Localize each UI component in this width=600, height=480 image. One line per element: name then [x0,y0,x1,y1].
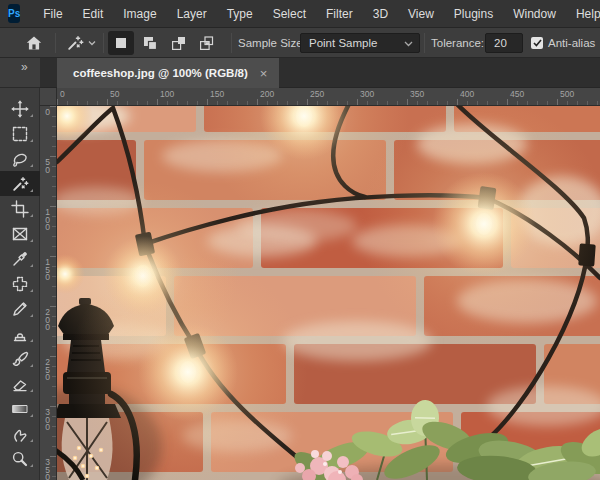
menu-item-3d[interactable]: 3D [363,0,398,27]
ruler-label: 200 [260,89,274,99]
ruler-label: 2 0 0 [40,309,55,332]
ruler-label: 1 0 0 [40,209,55,232]
smudge-tool-icon [11,425,29,443]
photoshop-window: Ps FileEditImageLayerTypeSelectFilter3DV… [0,0,600,480]
sample-size-value: Point Sample [309,37,377,49]
home-button[interactable] [20,31,48,55]
menu-item-select[interactable]: Select [263,0,316,27]
add-to-selection-button[interactable] [137,31,163,55]
toolbar-expand-button[interactable]: » [21,60,27,74]
ruler-label: 300 [360,89,374,99]
menu-bar: Ps FileEditImageLayerTypeSelectFilter3DV… [0,0,600,28]
horizontal-ruler[interactable]: 050100150200250300350400450500 [57,88,600,106]
menu-item-layer[interactable]: Layer [167,0,217,27]
eyedropper-tool[interactable] [0,246,40,271]
move-tool-icon [11,100,29,118]
move-tool[interactable] [0,96,40,121]
ruler-label: 50 [110,89,119,99]
sample-size-label: Sample Size: [238,28,306,58]
dodge-tool-icon [11,450,29,468]
magic-wand-tool[interactable] [0,171,40,196]
canvas[interactable] [57,106,600,480]
divider [231,33,232,53]
ruler-label: 100 [160,89,174,99]
rectangular-marquee-tool[interactable] [0,121,40,146]
ruler-label: 3 5 0 [40,459,55,480]
subtract-from-selection-icon [170,35,186,51]
sample-size-dropdown[interactable]: Point Sample [300,33,420,53]
ruler-label: 150 [210,89,224,99]
brush-tool[interactable] [0,346,40,371]
gradient-tool[interactable] [0,396,40,421]
new-selection-icon [113,35,129,51]
clone-stamp-tool-icon [11,325,29,343]
frame-tool-icon [11,225,29,243]
lasso-tool[interactable] [0,146,40,171]
chevron-down-icon [88,40,96,46]
crop-tool-icon [11,200,29,218]
eraser-tool[interactable] [0,371,40,396]
magic-wand-tool-icon [11,175,29,193]
ruler-label: 250 [310,89,324,99]
ruler-label: 3 0 0 [40,409,55,432]
intersect-selection-button[interactable] [193,31,219,55]
menu-item-type[interactable]: Type [217,0,263,27]
menu-item-plugins[interactable]: Plugins [444,0,503,27]
divider [424,33,425,53]
healing-brush-tool[interactable] [0,271,40,296]
ruler-corner [40,88,57,106]
dodge-tool[interactable] [0,446,40,471]
pencil-tool[interactable] [0,296,40,321]
home-icon [25,34,43,52]
eraser-tool-icon [11,375,29,393]
tool-preset-wand-button[interactable] [62,31,100,55]
clone-stamp-tool[interactable] [0,321,40,346]
pencil-tool-icon [11,300,29,318]
menu-item-view[interactable]: View [398,0,444,27]
healing-brush-tool-icon [11,275,29,293]
intersect-selection-icon [198,35,214,51]
rectangular-marquee-tool-icon [11,125,29,143]
ruler-label: 350 [410,89,424,99]
document-tab-title: coffeeshop.jpg @ 100% (RGB/8) [73,67,248,79]
options-bar: Sample Size: Point Sample Tolerance: Ant… [0,28,600,58]
gradient-tool-icon [11,400,29,418]
ruler-label: 5 0 [40,159,55,174]
ruler-label: 2 5 0 [40,359,55,382]
ruler-label: 0 [60,89,65,99]
magic-wand-icon [66,34,86,52]
menu-item-help[interactable]: Help [566,0,600,27]
brush-tool-icon [11,350,29,368]
tool-bar [0,88,40,480]
menu-item-file[interactable]: File [33,0,72,27]
menu-item-filter[interactable]: Filter [316,0,363,27]
anti-alias-label: Anti-alias [548,28,595,58]
check-icon [533,39,542,47]
document-tab[interactable]: coffeeshop.jpg @ 100% (RGB/8) × [57,58,279,88]
toolbar-header: » [0,58,40,88]
subtract-from-selection-button[interactable] [165,31,191,55]
menu-item-image[interactable]: Image [113,0,166,27]
ruler-label: 1 5 0 [40,259,55,282]
chevron-down-icon [404,41,413,47]
menu-item-window[interactable]: Window [503,0,566,27]
lasso-tool-icon [11,150,29,168]
menu-items: FileEditImageLayerTypeSelectFilter3DView… [33,0,600,27]
tab-close-icon[interactable]: × [260,67,268,80]
new-selection-button[interactable] [108,31,134,55]
divider [55,33,56,53]
document-tab-strip: coffeeshop.jpg @ 100% (RGB/8) × [40,58,600,88]
ruler-label: 500 [560,89,574,99]
frame-tool[interactable] [0,221,40,246]
eyedropper-tool-icon [11,250,29,268]
tolerance-input[interactable] [485,33,523,53]
photoshop-logo-icon: Ps [8,4,20,23]
vertical-ruler[interactable]: 05 01 0 01 5 02 0 02 5 03 0 03 5 0 [40,106,57,480]
tolerance-label: Tolerance: [431,28,484,58]
divider [103,33,104,53]
smudge-tool[interactable] [0,421,40,446]
crop-tool[interactable] [0,196,40,221]
menu-item-edit[interactable]: Edit [73,0,114,27]
anti-alias-checkbox[interactable] [531,37,543,49]
ruler-label: 400 [460,89,474,99]
